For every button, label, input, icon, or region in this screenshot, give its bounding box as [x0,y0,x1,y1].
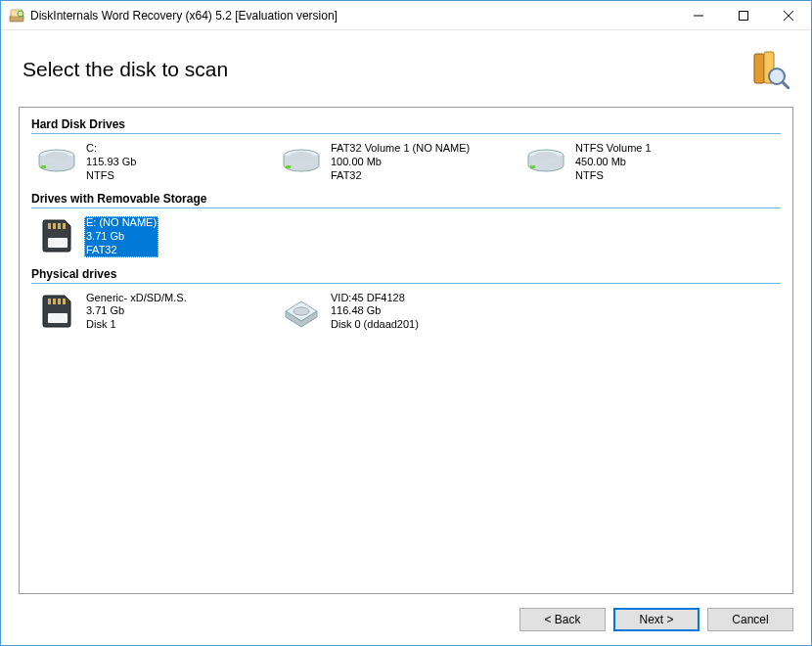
drive-fs: Disk 0 (ddaad201) [331,318,419,332]
window-title: DiskInternals Word Recovery (x64) 5.2 [E… [30,9,338,23]
drive-labels: Generic- xD/SD/M.S.3.71 GbDisk 1 [84,292,189,332]
page-title: Select the disk to scan [23,58,228,81]
drive-name: E: (NO NAME) [86,216,157,230]
phys-drive-icon [280,292,323,331]
content-frame: Hard Disk Drives C:115.93 GbNTFSFAT32 Vo… [19,107,793,594]
hdd-drive-icon [280,142,323,181]
drive-labels: NTFS Volume 1450.00 MbNTFS [573,142,654,182]
svg-point-19 [534,152,558,160]
section-header-removable: Drives with Removable Storage [31,192,781,208]
svg-rect-14 [41,165,46,168]
cancel-button[interactable]: Cancel [707,608,793,631]
drive-fs: FAT32 [86,244,157,257]
svg-point-13 [45,152,68,160]
drive-item[interactable]: VID:45 DF4128116.48 GbDisk 0 (ddaad201) [276,288,520,336]
drive-fs: Disk 1 [86,318,187,332]
drive-item[interactable]: NTFS Volume 1450.00 MbNTFS [520,138,765,186]
svg-rect-29 [63,299,66,304]
drive-size: 3.71 Gb [86,304,187,318]
wizard-footer: < Back Next > Cancel [1,594,811,645]
banner-icon [750,50,789,89]
drive-labels: E: (NO NAME)3.71 GbFAT32 [84,216,158,256]
drive-size: 116.48 Gb [331,304,419,318]
maximize-button[interactable] [721,1,766,30]
svg-point-31 [293,307,309,315]
svg-rect-8 [754,54,764,83]
minimize-button[interactable] [676,1,721,30]
header-banner: Select the disk to scan [1,30,811,107]
next-button[interactable]: Next > [613,608,699,631]
hard-disk-list: C:115.93 GbNTFSFAT32 Volume 1 (NO NAME)1… [31,138,781,186]
drive-size: 3.71 Gb [86,230,157,244]
app-window: DiskInternals Word Recovery (x64) 5.2 [E… [0,0,812,646]
svg-rect-27 [53,299,56,304]
svg-rect-17 [286,165,291,168]
svg-rect-20 [530,165,535,168]
svg-rect-28 [58,299,61,304]
svg-rect-22 [53,223,56,229]
section-header-hard-disk: Hard Disk Drives [31,117,781,134]
section-header-physical: Physical drives [31,267,781,284]
drive-name: NTFS Volume 1 [575,142,652,156]
svg-rect-30 [48,313,68,323]
drive-item[interactable]: C:115.93 GbNTFS [31,138,276,186]
physical-list: Generic- xD/SD/M.S.3.71 GbDisk 1VID:45 D… [31,288,781,336]
drive-labels: FAT32 Volume 1 (NO NAME)100.00 MbFAT32 [329,142,472,182]
drive-size: 100.00 Mb [331,156,470,169]
hdd-drive-icon [524,142,567,181]
svg-rect-25 [48,238,68,248]
svg-rect-26 [48,299,51,304]
titlebar: DiskInternals Word Recovery (x64) 5.2 [E… [1,1,811,30]
svg-rect-24 [63,223,66,229]
drive-name: Generic- xD/SD/M.S. [86,292,187,305]
drive-fs: NTFS [575,169,652,183]
app-icon [9,8,24,23]
hdd-drive-icon [35,142,78,181]
close-button[interactable] [766,1,811,30]
drive-size: 115.93 Gb [86,156,136,169]
drive-labels: VID:45 DF4128116.48 GbDisk 0 (ddaad201) [329,292,421,332]
drive-fs: NTFS [86,169,136,183]
drive-labels: C:115.93 GbNTFS [84,142,138,182]
sd-drive-icon [35,216,78,255]
drive-name: VID:45 DF4128 [331,292,419,305]
drive-item[interactable]: Generic- xD/SD/M.S.3.71 GbDisk 1 [31,288,276,336]
svg-point-16 [290,152,313,160]
back-button[interactable]: < Back [519,608,606,631]
drive-name: C: [86,142,136,156]
svg-line-11 [783,82,789,88]
drive-item[interactable]: E: (NO NAME)3.71 GbFAT32 [31,212,276,260]
removable-list: E: (NO NAME)3.71 GbFAT32 [31,212,781,260]
svg-rect-5 [740,11,748,20]
drive-name: FAT32 Volume 1 (NO NAME) [331,142,470,156]
svg-rect-21 [48,223,51,229]
drive-fs: FAT32 [331,169,470,183]
drive-size: 450.00 Mb [575,156,652,169]
svg-rect-23 [58,223,61,229]
sd-drive-icon [35,292,78,331]
drive-item[interactable]: FAT32 Volume 1 (NO NAME)100.00 MbFAT32 [276,138,520,186]
